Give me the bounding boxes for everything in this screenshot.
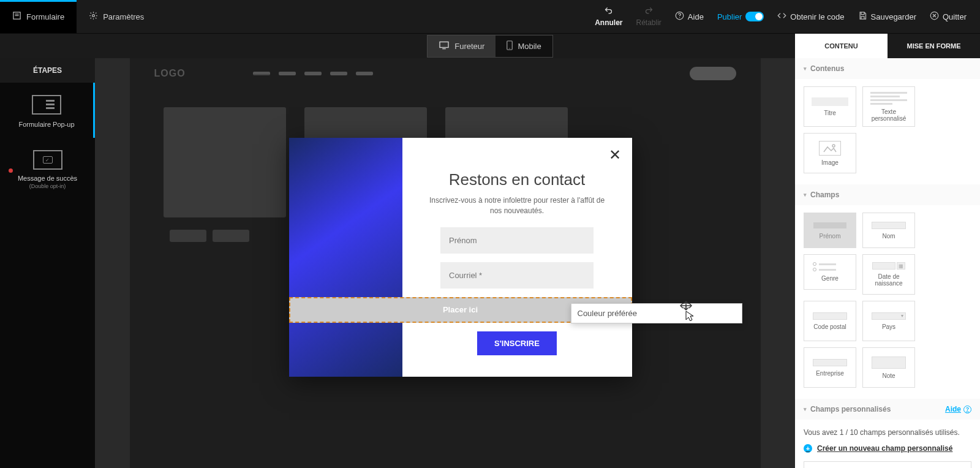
get-code-button[interactable]: Obtenir le code [777,11,844,22]
mock-logo: LOGO [154,68,186,79]
save-button[interactable]: Sauvegarder [858,11,916,22]
champs-grid: Prénom Nom Genre ▦ Date de naissance Cod… [795,205,980,399]
quit-label: Quitter [943,12,967,21]
image-icon [819,141,841,156]
step-form-popup[interactable]: Formulaire Pop-up [0,83,95,138]
block-label: Titre [824,110,836,116]
chevron-down-icon: ▾ [804,192,807,198]
publish-toggle[interactable]: Publier [717,12,764,21]
form-icon [12,11,21,22]
step-label: Formulaire Pop-up [5,121,88,128]
custom-fields-section: Vous avez 1 / 10 champs personnalisés ut… [795,420,980,468]
tab-formulaire[interactable]: Formulaire [0,0,77,33]
browser-preview: LOGO ✕ Restons en contact Inscrivez-vous… [130,58,761,468]
header-tabs: Formulaire Paramètres [0,0,156,33]
block-texte-personnalise[interactable]: Texte personnalisé [862,86,915,127]
svg-rect-9 [440,42,448,47]
popup-icon [32,95,61,115]
field-date-naissance[interactable]: ▦ Date de naissance [862,254,915,295]
mock-card [164,107,286,217]
device-mobile-label: Mobile [518,42,541,51]
undo-icon [604,6,613,17]
chevron-down-icon: ▾ [804,66,807,72]
field-prenom[interactable]: Prénom [804,213,856,248]
gear-icon [89,11,98,22]
tab-mise-en-forme[interactable]: MISE EN FORME [888,34,980,58]
publish-switch-icon [745,12,764,21]
save-label: Sauvegarder [871,12,916,21]
block-label: Note [882,372,895,379]
step-success-message[interactable]: ✓ Message de succès (Double opt-in) [0,138,95,199]
svg-point-3 [92,15,95,17]
field-code-postal[interactable]: Code postal [804,301,856,341]
redo-label: Rétablir [636,18,662,27]
step-label: Message de succès [5,175,90,182]
section-contenus-header[interactable]: ▾ Contenus [795,58,980,79]
chevron-down-icon: ▾ [804,406,807,412]
left-sidebar: ÉTAPES Formulaire Pop-up ✓ Message de su… [0,58,95,468]
svg-point-5 [679,17,680,18]
create-custom-field-link[interactable]: + Créer un nouveau champ personnalisé [804,444,971,453]
block-label: Texte personnalisé [865,108,912,122]
publish-label: Publier [717,12,742,21]
section-champs-header[interactable]: ▾ Champs [795,184,980,205]
redo-button: Rétablir [636,6,662,27]
mock-nav [253,72,373,75]
section-custom-header[interactable]: ▾ Champs personnalisés Aide ? [795,399,980,420]
tab-parametres[interactable]: Paramètres [77,0,156,33]
subscribe-button[interactable]: S'INSCRIRE [477,331,557,355]
undo-button[interactable]: Annuler [595,6,622,27]
device-desktop-label: Fureteur [454,42,484,51]
quit-button[interactable]: Quitter [930,11,967,22]
get-code-label: Obtenir le code [790,12,844,21]
popup-content: ✕ Restons en contact Inscrivez-vous à no… [402,138,632,377]
block-label: Nom [882,233,895,240]
block-label: Genre [821,275,839,282]
alert-dot-icon [9,168,13,173]
dragging-field[interactable]: Couleur préférée [571,303,742,323]
help-button[interactable]: Aide [675,11,704,22]
undo-label: Annuler [595,18,622,27]
right-panel-tabs: CONTENU MISE EN FORME [795,34,980,58]
create-custom-field-label: Créer un nouveau champ personnalisé [817,444,952,453]
block-label: Entreprise [816,370,844,377]
field-entreprise[interactable]: Entreprise [804,347,856,388]
tab-parametres-label: Paramètres [103,12,144,21]
svg-point-12 [510,48,510,48]
field-pays[interactable]: ▾ Pays [862,301,915,341]
courriel-input[interactable] [440,262,594,289]
block-label: Pays [882,323,895,330]
device-mobile[interactable]: Mobile [496,36,552,57]
block-titre[interactable]: Titre [804,86,856,127]
popup-subtitle: Inscrivez-vous à notre infolettre pour r… [427,195,608,216]
custom-help-link[interactable]: Aide ? [945,405,971,413]
sidebar-header: ÉTAPES [0,58,95,83]
block-label: Date de naissance [865,273,912,287]
field-genre[interactable]: Genre [804,254,856,290]
field-nom[interactable]: Nom [862,213,915,248]
aide-label: Aide [945,405,961,413]
custom-field-input[interactable] [804,461,971,468]
device-desktop[interactable]: Fureteur [428,36,496,57]
field-note[interactable]: Note [862,347,915,388]
close-icon[interactable]: ✕ [609,146,621,164]
device-group: Fureteur Mobile [427,35,552,58]
mock-cta [690,67,736,80]
help-label: Aide [688,12,704,21]
popup-preview: ✕ Restons en contact Inscrivez-vous à no… [289,138,632,377]
popup-title: Restons en contact [421,170,614,189]
block-image[interactable]: Image [804,133,856,173]
custom-fields-count: Vous avez 1 / 10 champs personnalisés ut… [804,428,971,437]
code-icon [777,11,786,22]
contenus-grid: Titre Texte personnalisé Image [795,79,980,184]
section-custom-label: Champs personnalisés [810,405,891,413]
tab-contenu[interactable]: CONTENU [795,34,888,58]
help-circle-icon: ? [963,406,971,413]
mobile-icon [507,40,513,52]
prenom-input[interactable] [440,227,594,254]
app-header: Formulaire Paramètres Annuler Rétablir A… [0,0,980,34]
save-icon [858,11,867,22]
svg-point-16 [832,145,835,147]
help-icon [675,11,684,22]
subscribe-label: S'INSCRIRE [494,339,540,348]
